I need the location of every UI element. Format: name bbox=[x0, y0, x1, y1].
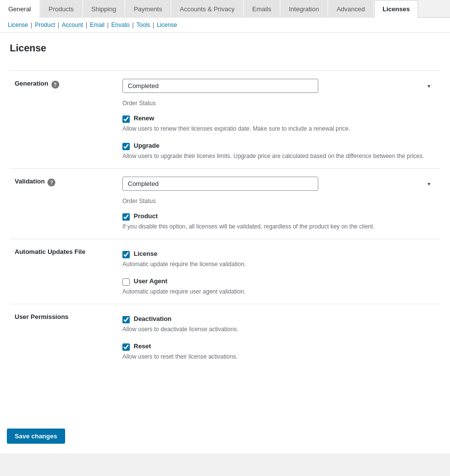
checkbox-desc-product: If you disable this option, all licenses… bbox=[122, 222, 435, 231]
checkbox-group-generation: RenewAllow users to renew their licenses… bbox=[122, 112, 435, 160]
order-status-label-validation: Order Status bbox=[122, 198, 435, 204]
checkbox-upgrade[interactable] bbox=[122, 143, 130, 150]
section-label-automatic-updates-file: Automatic Updates File bbox=[10, 239, 118, 304]
section-content-validation: CompletedProcessingOn HoldPending Paymen… bbox=[118, 169, 440, 239]
tab-products[interactable]: Products bbox=[40, 0, 82, 18]
dropdown-generation[interactable]: CompletedProcessingOn HoldPending Paymen… bbox=[122, 79, 318, 93]
tab-advanced[interactable]: Advanced bbox=[328, 0, 373, 18]
section-content-generation: CompletedProcessingOn HoldPending Paymen… bbox=[118, 71, 440, 169]
checkbox-label-user-agent[interactable]: User Agent bbox=[134, 277, 167, 285]
checkbox-label-reset[interactable]: Reset bbox=[134, 342, 151, 350]
order-status-label-generation: Order Status bbox=[122, 100, 435, 107]
section-content-automatic-updates-file: LicenseAutomatic update require the lice… bbox=[118, 239, 440, 304]
section-label-validation: Validation? bbox=[10, 169, 118, 239]
checkbox-user-agent[interactable] bbox=[122, 278, 130, 286]
tab-shipping[interactable]: Shipping bbox=[83, 0, 125, 18]
save-button[interactable]: Save changes bbox=[7, 429, 65, 444]
breadcrumb-link-product[interactable]: Product bbox=[35, 22, 55, 28]
checkbox-item-deactivation: DeactivationAllow users to deactivate li… bbox=[122, 312, 435, 334]
checkbox-desc-deactivation: Allow users to deactivate license activa… bbox=[122, 325, 435, 334]
settings-row-generation: Generation?CompletedProcessingOn HoldPen… bbox=[10, 71, 440, 169]
section-label-generation: Generation? bbox=[10, 71, 118, 169]
checkbox-label-upgrade[interactable]: Upgrade bbox=[134, 142, 160, 149]
breadcrumb-link-tools[interactable]: Tools bbox=[136, 22, 150, 28]
tab-licenses[interactable]: Licenses bbox=[374, 0, 418, 18]
section-title-validation: Validation bbox=[15, 178, 45, 185]
checkbox-desc-license-check: Automatic update require the license val… bbox=[122, 260, 435, 269]
checkbox-group-validation: ProductIf you disable this option, all l… bbox=[122, 209, 435, 231]
checkbox-label-deactivation[interactable]: Deactivation bbox=[134, 315, 171, 322]
help-icon-generation[interactable]: ? bbox=[51, 81, 59, 89]
checkbox-desc-user-agent: Automatic update require user agent vali… bbox=[122, 287, 435, 296]
tab-accounts-privacy[interactable]: Accounts & Privacy bbox=[171, 0, 243, 18]
breadcrumb-link-license[interactable]: License bbox=[8, 22, 28, 28]
checkbox-desc-renew: Allow users to renew their licenses expi… bbox=[122, 124, 435, 133]
breadcrumb-link-license[interactable]: License bbox=[157, 22, 177, 28]
checkbox-item-upgrade: UpgradeAllow users to upgrade their lice… bbox=[122, 139, 435, 160]
page-content: License Generation?CompletedProcessingOn… bbox=[0, 33, 450, 453]
checkbox-desc-reset: Allow users to reset their license activ… bbox=[122, 352, 435, 361]
checkbox-product[interactable] bbox=[122, 213, 130, 221]
checkbox-renew[interactable] bbox=[122, 115, 130, 123]
checkbox-item-renew: RenewAllow users to renew their licenses… bbox=[122, 112, 435, 133]
checkbox-item-license-check: LicenseAutomatic update require the lice… bbox=[122, 247, 435, 269]
checkbox-label-renew[interactable]: Renew bbox=[134, 114, 154, 122]
breadcrumb-link-envato[interactable]: Envato bbox=[111, 22, 129, 28]
dropdown-validation[interactable]: CompletedProcessingOn HoldPending Paymen… bbox=[122, 177, 318, 191]
section-label-user-permissions: User Permissions bbox=[10, 304, 118, 369]
settings-row-automatic-updates-file: Automatic Updates FileLicenseAutomatic u… bbox=[10, 239, 440, 304]
settings-table: Generation?CompletedProcessingOn HoldPen… bbox=[10, 70, 440, 369]
checkbox-license-check[interactable] bbox=[122, 251, 130, 258]
checkbox-deactivation[interactable] bbox=[122, 316, 130, 323]
select-wrap-validation: CompletedProcessingOn HoldPending Paymen… bbox=[122, 177, 435, 191]
tab-payments[interactable]: Payments bbox=[125, 0, 170, 18]
checkbox-label-license-check[interactable]: License bbox=[134, 250, 157, 257]
checkbox-reset[interactable] bbox=[122, 343, 130, 351]
breadcrumb-link-email[interactable]: Email bbox=[90, 22, 104, 28]
section-title-generation: Generation bbox=[15, 80, 48, 87]
checkbox-item-reset: ResetAllow users to reset their license … bbox=[122, 340, 435, 361]
page-title: License bbox=[10, 43, 440, 59]
checkbox-desc-upgrade: Allow users to upgrade their licenes lim… bbox=[122, 152, 435, 160]
checkbox-item-product: ProductIf you disable this option, all l… bbox=[122, 209, 435, 231]
tab-emails[interactable]: Emails bbox=[244, 0, 280, 18]
section-content-user-permissions: DeactivationAllow users to deactivate li… bbox=[118, 304, 440, 369]
breadcrumb-link-account[interactable]: Account bbox=[62, 22, 83, 28]
checkbox-item-user-agent: User AgentAutomatic update require user … bbox=[122, 274, 435, 296]
select-wrap-generation: CompletedProcessingOn HoldPending Paymen… bbox=[122, 79, 435, 93]
settings-row-user-permissions: User PermissionsDeactivationAllow users … bbox=[10, 304, 440, 369]
tab-general[interactable]: General bbox=[0, 0, 39, 18]
checkbox-label-product[interactable]: Product bbox=[134, 212, 158, 220]
tab-integration[interactable]: Integration bbox=[281, 0, 327, 18]
checkbox-group-automatic-updates-file: LicenseAutomatic update require the lice… bbox=[122, 247, 435, 296]
breadcrumb: License | Product | Account | Email | En… bbox=[0, 18, 450, 33]
checkbox-group-user-permissions: DeactivationAllow users to deactivate li… bbox=[122, 312, 435, 361]
help-icon-validation[interactable]: ? bbox=[47, 179, 55, 186]
settings-row-validation: Validation?CompletedProcessingOn HoldPen… bbox=[10, 169, 440, 239]
section-title-user-permissions: User Permissions bbox=[15, 313, 69, 320]
section-title-automatic-updates-file: Automatic Updates File bbox=[15, 248, 85, 255]
tab-bar: GeneralProductsShippingPaymentsAccounts … bbox=[0, 0, 450, 18]
